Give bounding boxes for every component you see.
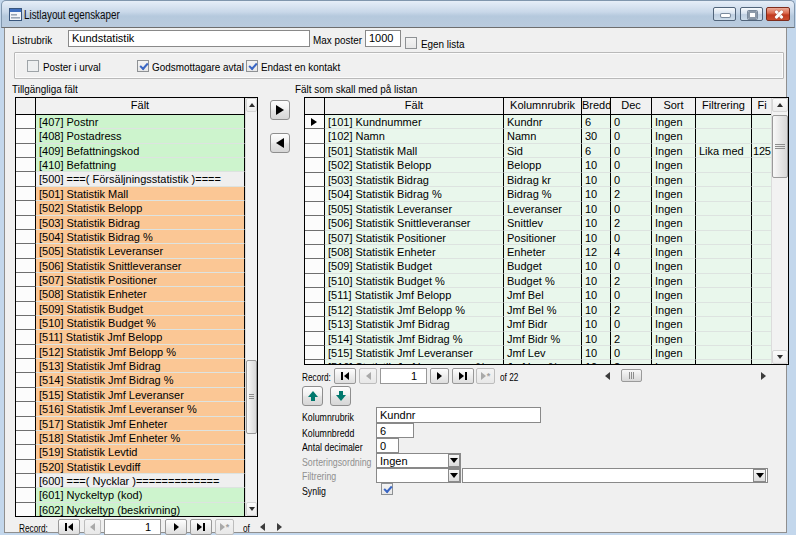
- available-field-row[interactable]: [507] Statistik Positioner: [16, 273, 245, 287]
- row-selector[interactable]: [16, 230, 36, 244]
- cell[interactable]: Jmf Lev: [504, 346, 582, 360]
- close-button[interactable]: [766, 7, 790, 21]
- cell[interactable]: 10: [582, 360, 611, 364]
- row-selector[interactable]: [305, 129, 325, 143]
- column-header-sort[interactable]: Sort: [652, 98, 696, 114]
- selected-field-row[interactable]: [516] Statistik Jmf Leveranser %Jmf Lev …: [305, 360, 771, 364]
- cell[interactable]: Jmf Bidr %: [504, 332, 582, 346]
- selected-field-row[interactable]: [511] Statistik Jmf BeloppJmf Bel100Inge…: [305, 288, 771, 302]
- cell[interactable]: Budget %: [504, 274, 582, 288]
- column-header-filtrering[interactable]: Filtrering: [696, 98, 752, 114]
- cell[interactable]: Leveranser: [504, 202, 582, 216]
- previous-record-button[interactable]: [359, 368, 377, 384]
- cell[interactable]: [752, 129, 771, 143]
- column-header-flt[interactable]: Fält: [325, 98, 504, 114]
- cell[interactable]: Ingen: [652, 245, 696, 259]
- row-selector[interactable]: [16, 216, 36, 230]
- available-field-row[interactable]: [601] Nyckeltyp (kod): [16, 488, 245, 502]
- cell[interactable]: [752, 158, 771, 172]
- cell[interactable]: [696, 288, 752, 302]
- hscroll-left-arrow[interactable]: [605, 372, 610, 380]
- cell[interactable]: 0: [611, 115, 652, 129]
- cell[interactable]: [752, 173, 771, 187]
- cell[interactable]: [696, 158, 752, 172]
- cell[interactable]: 2: [611, 303, 652, 317]
- cell[interactable]: [696, 317, 752, 331]
- available-field-row[interactable]: [515] Statistik Jmf Leveranser: [16, 388, 245, 402]
- cell[interactable]: [503] Statistik Bidrag: [325, 173, 504, 187]
- cell[interactable]: 10: [582, 187, 611, 201]
- cell[interactable]: Lika med: [696, 144, 752, 158]
- cell[interactable]: [696, 245, 752, 259]
- row-selector[interactable]: [16, 330, 36, 344]
- row-selector[interactable]: [16, 503, 36, 516]
- endast-en-kontakt-checkbox[interactable]: [246, 60, 258, 72]
- available-field-row[interactable]: [409] Befattningskod: [16, 144, 245, 158]
- max-poster-input[interactable]: 1000: [365, 30, 401, 47]
- cell[interactable]: [101] Kundnummer: [325, 115, 504, 129]
- cell[interactable]: 30: [582, 129, 611, 143]
- filtrering-value-combobox[interactable]: [462, 468, 768, 483]
- cell[interactable]: 10: [582, 332, 611, 346]
- cell[interactable]: 10: [582, 202, 611, 216]
- cell[interactable]: Ingen: [652, 274, 696, 288]
- selected-field-row[interactable]: [102] NamnNamn300Ingen: [305, 129, 771, 143]
- cell[interactable]: 0: [611, 288, 652, 302]
- scrollbar-thumb[interactable]: [772, 115, 788, 178]
- cell[interactable]: Ingen: [652, 317, 696, 331]
- cell[interactable]: 2: [611, 274, 652, 288]
- cell[interactable]: [752, 317, 771, 331]
- filtrering-value-dropdown-button[interactable]: [753, 469, 766, 482]
- cell[interactable]: Ingen: [652, 346, 696, 360]
- cell[interactable]: [696, 332, 752, 346]
- selected-field-row[interactable]: [514] Statistik Jmf Bidrag %Jmf Bidr %10…: [305, 332, 771, 346]
- cell[interactable]: 2: [611, 216, 652, 230]
- selected-field-row[interactable]: [504] Statistik Bidrag %Bidrag %102Ingen: [305, 187, 771, 201]
- cell[interactable]: Bidrag %: [504, 187, 582, 201]
- row-selector[interactable]: [305, 115, 325, 129]
- cell[interactable]: 0: [611, 202, 652, 216]
- cell[interactable]: 4: [611, 245, 652, 259]
- cell[interactable]: Ingen: [652, 231, 696, 245]
- cell[interactable]: 10: [582, 216, 611, 230]
- godsmottagare-avtal-checkbox[interactable]: [137, 60, 149, 72]
- move-up-button[interactable]: [302, 386, 323, 406]
- available-field-row[interactable]: [514] Statistik Jmf Bidrag %: [16, 373, 245, 387]
- available-field-row[interactable]: [500] ===( Försäljningsstatistik )====: [16, 172, 245, 186]
- row-selector[interactable]: [305, 187, 325, 201]
- first-record-button[interactable]: [58, 519, 80, 535]
- title-bar[interactable]: Listlayout egenskaper: [1, 0, 795, 28]
- cell[interactable]: [696, 303, 752, 317]
- row-selector[interactable]: [305, 274, 325, 288]
- row-selector[interactable]: [16, 129, 36, 143]
- cell[interactable]: [752, 259, 771, 273]
- cell[interactable]: Ingen: [652, 173, 696, 187]
- cell[interactable]: [513] Statistik Jmf Bidrag: [325, 317, 504, 331]
- cell[interactable]: 0: [611, 259, 652, 273]
- row-selector[interactable]: [16, 445, 36, 459]
- selected-field-row[interactable]: [502] Statistik BeloppBelopp100Ingen: [305, 158, 771, 172]
- scroll-up-button[interactable]: [772, 98, 788, 112]
- available-field-row[interactable]: [503] Statistik Bidrag: [16, 216, 245, 230]
- cell[interactable]: 10: [582, 158, 611, 172]
- first-record-button[interactable]: [334, 368, 356, 384]
- cell[interactable]: [696, 274, 752, 288]
- egen-lista-checkbox[interactable]: [405, 37, 417, 49]
- cell[interactable]: Ingen: [652, 288, 696, 302]
- row-selector[interactable]: [305, 202, 325, 216]
- cell[interactable]: Snittlev: [504, 216, 582, 230]
- cell[interactable]: [752, 231, 771, 245]
- cell[interactable]: [504] Statistik Bidrag %: [325, 187, 504, 201]
- move-down-button[interactable]: [330, 386, 351, 406]
- row-selector[interactable]: [16, 172, 36, 186]
- cell[interactable]: Jmf Bel: [504, 288, 582, 302]
- scroll-down-button[interactable]: [246, 502, 257, 516]
- row-selector[interactable]: [16, 144, 36, 158]
- cell[interactable]: 0: [611, 144, 652, 158]
- row-selector[interactable]: [305, 144, 325, 158]
- next-record-button[interactable]: [430, 368, 449, 384]
- row-selector[interactable]: [16, 273, 36, 287]
- cell[interactable]: [696, 115, 752, 129]
- scrollbar-thumb[interactable]: [246, 360, 257, 434]
- cell[interactable]: [696, 360, 752, 364]
